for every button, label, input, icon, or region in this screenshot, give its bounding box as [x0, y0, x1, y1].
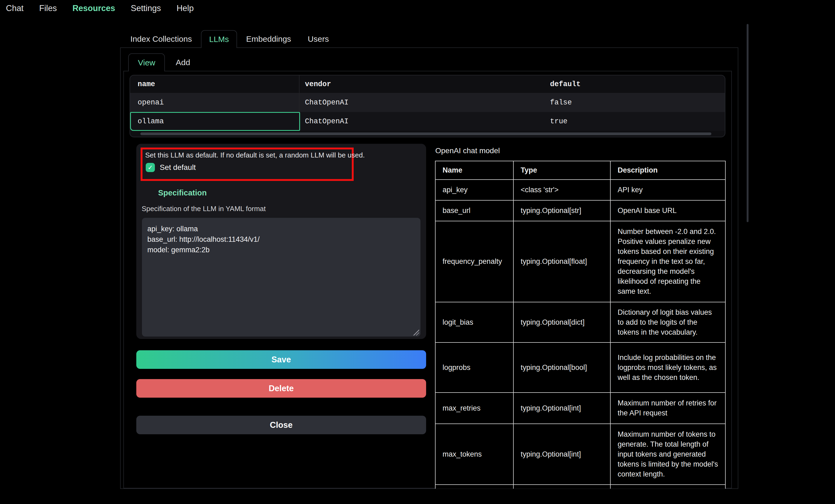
schema-col-type: Type: [514, 161, 611, 180]
schema-cell-description: OpenAI base URL: [611, 201, 725, 221]
llm-cell-default[interactable]: false: [545, 93, 725, 112]
subtab-add[interactable]: Add: [176, 58, 190, 67]
schema-cell-description: [611, 485, 725, 489]
close-button[interactable]: Close: [136, 416, 426, 434]
schema-cell-description: Number between -2.0 and 2.0. Positive va…: [611, 221, 725, 302]
tab-users[interactable]: Users: [308, 35, 329, 44]
llm-list-table: name vendor default openai ChatOpenAI fa…: [129, 75, 726, 137]
subtab-view-active-box[interactable]: View: [128, 53, 165, 71]
schema-cell-description: Maximum number of tokens to generate. Th…: [611, 424, 725, 485]
schema-row-max-tokens: max_tokens typing.Optional[int] Maximum …: [435, 424, 725, 485]
schema-cell-name: frequency_penalty: [435, 221, 514, 302]
llm-col-header-name: name: [130, 76, 300, 93]
nav-item-settings[interactable]: Settings: [130, 3, 161, 13]
schema-row-base-url: base_url typing.Optional[str] OpenAI bas…: [435, 201, 725, 221]
schema-cell-type: typing.Optional[float]: [514, 221, 611, 302]
schema-cell-type: <class 'str'>: [514, 180, 611, 201]
llm-table-header-row: name vendor default: [130, 76, 725, 93]
specification-heading: Specification: [158, 188, 207, 197]
schema-cell-description: Include log probabilities on the logprob…: [611, 343, 725, 393]
llm-cell-name[interactable]: openai: [130, 93, 300, 112]
schema-cell-description: Dictionary of logit bias values to add t…: [611, 302, 725, 343]
textarea-resize-handle-icon[interactable]: [413, 330, 419, 335]
schema-panel-title: OpenAI chat model: [435, 146, 500, 155]
schema-cell-description: API key: [611, 180, 725, 201]
schema-header-row: Name Type Description: [435, 161, 725, 180]
llm-cell-vendor[interactable]: ChatOpenAI: [300, 93, 545, 112]
checkbox-check-icon: ✓: [148, 165, 153, 171]
schema-cell-name: max_retries: [435, 393, 514, 424]
schema-cell-name: [435, 485, 514, 489]
schema-row-logit-bias: logit_bias typing.Optional[dict] Diction…: [435, 302, 725, 343]
annotation-red-box: Set this LLM as default. If no default i…: [141, 148, 354, 181]
schema-row-logprobs: logprobs typing.Optional[bool] Include l…: [435, 343, 725, 393]
set-default-label: Set default: [160, 163, 196, 172]
schema-row-max-retries: max_retries typing.Optional[int] Maximum…: [435, 393, 725, 424]
schema-cell-description: Maximum number of retries for the API re…: [611, 393, 725, 424]
set-default-row[interactable]: ✓ Set default: [146, 163, 349, 172]
schema-cell-name: logit_bias: [435, 302, 514, 343]
specification-yaml-textarea[interactable]: api_key: ollama base_url: http://localho…: [142, 218, 421, 337]
schema-cell-name: logprobs: [435, 343, 514, 393]
schema-table: Name Type Description api_key <class 'st…: [435, 161, 726, 489]
llm-cell-name[interactable]: ollama: [130, 112, 300, 131]
delete-button[interactable]: Delete: [136, 379, 426, 398]
schema-cell-type: typing.Optional[int]: [514, 393, 611, 424]
llm-cell-default[interactable]: true: [545, 112, 725, 131]
save-button[interactable]: Save: [136, 350, 426, 369]
nav-item-chat[interactable]: Chat: [6, 3, 23, 13]
nav-item-help[interactable]: Help: [177, 3, 194, 13]
schema-cell-name: base_url: [435, 201, 514, 221]
schema-row-frequency-penalty: frequency_penalty typing.Optional[float]…: [435, 221, 725, 302]
tab-embeddings[interactable]: Embeddings: [246, 35, 291, 44]
nav-item-files[interactable]: Files: [39, 3, 57, 13]
nav-item-resources[interactable]: Resources: [73, 3, 115, 13]
schema-row-api-key: api_key <class 'str'> API key: [435, 180, 725, 201]
llm-detail-form: Set this LLM as default. If no default i…: [136, 144, 426, 339]
app-window: Chat Files Resources Settings Help Index…: [0, 0, 835, 504]
schema-cell-type: typing.Optional[dict]: [514, 302, 611, 343]
top-nav: Chat Files Resources Settings Help: [0, 0, 194, 17]
schema-col-description: Description: [611, 161, 725, 180]
llm-row-ollama[interactable]: ollama ChatOpenAI true: [130, 112, 725, 131]
set-default-help-text: Set this LLM as default. If no default i…: [145, 151, 349, 160]
tab-index-collections[interactable]: Index Collections: [130, 35, 192, 44]
tab-llms-active-box[interactable]: LLMs: [201, 30, 237, 48]
schema-cell-type: typing.Optional[int]: [514, 424, 611, 485]
schema-row-partial: [435, 485, 725, 489]
subtab-view[interactable]: View: [138, 58, 155, 67]
specification-sublabel: Specification of the LLM in YAML format: [142, 205, 266, 213]
schema-cell-name: max_tokens: [435, 424, 514, 485]
view-add-tabs: View Add: [128, 53, 190, 71]
llm-row-openai[interactable]: openai ChatOpenAI false: [130, 93, 725, 112]
tab-llms[interactable]: LLMs: [209, 35, 229, 44]
schema-cell-type: typing.Optional[str]: [514, 201, 611, 221]
resource-tabs: Index Collections LLMs Embeddings Users: [130, 30, 329, 48]
page-scrollbar[interactable]: [747, 24, 749, 222]
llm-col-header-default: default: [545, 76, 725, 93]
llm-cell-vendor[interactable]: ChatOpenAI: [300, 112, 545, 131]
schema-col-name: Name: [435, 161, 514, 180]
llm-col-header-vendor: vendor: [300, 76, 545, 93]
schema-cell-name: api_key: [435, 180, 514, 201]
schema-cell-type: typing.Optional[bool]: [514, 343, 611, 393]
horizontal-scrollbar[interactable]: [140, 132, 711, 135]
schema-cell-type: [514, 485, 611, 489]
set-default-checkbox[interactable]: ✓: [146, 163, 155, 172]
